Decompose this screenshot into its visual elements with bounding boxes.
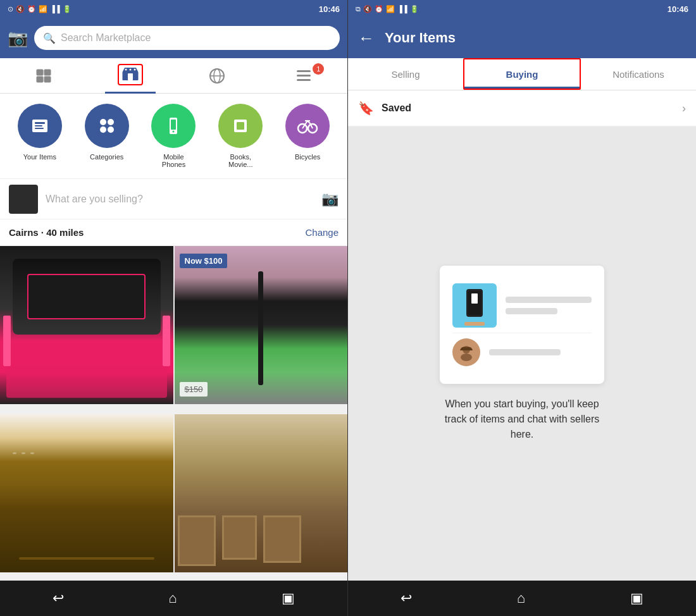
svg-rect-12 — [297, 70, 311, 72]
sell-camera-icon: 📷 — [321, 191, 339, 207]
back-button[interactable]: ← — [358, 28, 375, 48]
svg-rect-3 — [44, 77, 51, 82]
empty-description-text: When you start buying, you'll keep track… — [433, 397, 611, 442]
books-movies-icon-bg — [218, 104, 263, 148]
signal-icon: ▐▐ — [50, 5, 60, 13]
right-header: ← Your Items — [348, 18, 696, 58]
empty-card-product-row — [452, 278, 592, 333]
sell-avatar — [9, 185, 38, 214]
svg-point-21 — [100, 126, 106, 133]
phone-product-image — [452, 283, 497, 328]
tab-notifications-label: Notifications — [612, 69, 664, 80]
category-bicycles[interactable]: Bicycles — [285, 104, 330, 161]
nav-globe[interactable] — [192, 58, 242, 94]
your-items-label: Your Items — [23, 153, 56, 161]
nav-browse[interactable] — [18, 58, 69, 94]
svg-point-6 — [125, 69, 127, 71]
menu-badge: 1 — [313, 63, 324, 75]
right-wifi-icon: 📶 — [386, 5, 395, 13]
product-grid: Now $100 $150 — [0, 246, 347, 581]
categories-row: Your Items Categories Mobil — [0, 94, 347, 179]
svg-rect-0 — [37, 70, 43, 75]
product-placeholder-lines — [506, 297, 592, 314]
location-text: Cairns · 40 miles — [9, 227, 84, 238]
marketplace-icon — [121, 66, 139, 80]
left-bottom-nav: ↩ ⌂ ▣ — [0, 581, 347, 616]
empty-state-card — [440, 266, 604, 384]
search-placeholder-text: Search Marketplace — [61, 32, 151, 44]
right-battery-icon: 🔋 — [410, 5, 419, 13]
tab-selling-label: Selling — [391, 69, 419, 80]
camera-icon[interactable]: 📷 — [8, 28, 28, 48]
your-items-icon-bg — [18, 104, 62, 148]
product-table[interactable] — [0, 414, 173, 572]
table-image — [0, 414, 173, 572]
nav-marketplace[interactable] — [105, 58, 156, 94]
categories-icon-bg — [85, 104, 129, 148]
circle-status-icon: ⊙ — [8, 5, 13, 13]
empty-state: When you start buying, you'll keep track… — [348, 126, 696, 581]
left-status-icons: ⊙ 🔇 ⏰ 📶 ▐▐ 🔋 — [8, 5, 71, 13]
seller-placeholder-lines — [489, 349, 592, 355]
change-location-button[interactable]: Change — [305, 227, 339, 238]
left-time: 10:46 — [319, 4, 340, 14]
product-frames[interactable] — [175, 414, 348, 572]
seller-avatar-icon — [455, 341, 478, 364]
placeholder-line-1 — [506, 297, 592, 303]
right-bottom-nav: ↩ ⌂ ▣ — [348, 581, 696, 616]
svg-rect-16 — [35, 122, 45, 124]
sell-placeholder: What are you selling? — [46, 194, 314, 205]
left-recents-button[interactable]: ▣ — [282, 590, 295, 607]
right-home-button[interactable]: ⌂ — [517, 590, 525, 607]
svg-point-22 — [108, 126, 114, 133]
search-bar[interactable]: 🔍 Search Marketplace — [34, 26, 340, 50]
svg-rect-1 — [44, 70, 51, 75]
nav-menu[interactable]: 1 — [278, 58, 329, 94]
left-home-button[interactable]: ⌂ — [168, 590, 177, 607]
tab-selling[interactable]: Selling — [348, 58, 463, 90]
nav-bar: 1 — [0, 58, 347, 94]
svg-point-7 — [129, 69, 131, 71]
svg-point-8 — [134, 69, 135, 71]
svg-rect-14 — [297, 79, 311, 81]
right-back-button[interactable]: ↩ — [401, 590, 412, 607]
right-time: 10:46 — [668, 4, 688, 14]
guitar-image — [175, 246, 348, 404]
saved-label: Saved — [382, 102, 674, 114]
svg-rect-27 — [237, 122, 244, 130]
categories-icon — [96, 114, 118, 137]
category-mobile-phones[interactable]: Mobile Phones — [151, 104, 196, 168]
bicycles-label: Bicycles — [295, 153, 320, 161]
svg-rect-18 — [35, 128, 44, 129]
left-back-button[interactable]: ↩ — [53, 590, 64, 607]
mobile-phones-label: Mobile Phones — [151, 153, 196, 168]
svg-rect-17 — [35, 125, 42, 126]
tab-buying[interactable]: Buying — [463, 58, 581, 90]
bookmark-icon: 🔖 — [358, 101, 374, 116]
guitar-price-tag: Now $100 — [180, 254, 228, 268]
category-your-items[interactable]: Your Items — [18, 104, 62, 161]
svg-point-33 — [461, 354, 472, 361]
saved-row[interactable]: 🔖 Saved › — [348, 90, 696, 126]
product-treadmill[interactable] — [0, 246, 173, 404]
books-movies-label: Books, Movie... — [218, 153, 263, 168]
treadmill-image — [0, 246, 173, 404]
wifi-icon: 📶 — [39, 5, 47, 13]
category-categories[interactable]: Categories — [85, 104, 129, 161]
right-panel: ⧉ 🔇 ⏰ 📶 ▐▐ 🔋 10:46 ← Your Items Selling … — [348, 0, 696, 616]
mobile-phones-icon-bg — [151, 104, 196, 148]
mute-icon: 🔇 — [16, 5, 25, 13]
chevron-right-icon: › — [682, 102, 686, 115]
svg-rect-24 — [171, 120, 176, 130]
right-recents-button[interactable]: ▣ — [630, 590, 643, 607]
sell-prompt[interactable]: What are you selling? 📷 — [0, 179, 347, 219]
right-status-bar: ⧉ 🔇 ⏰ 📶 ▐▐ 🔋 10:46 — [348, 0, 696, 18]
tab-notifications[interactable]: Notifications — [581, 58, 696, 90]
category-books-movies[interactable]: Books, Movie... — [218, 104, 263, 168]
battery-icon: 🔋 — [63, 5, 71, 13]
product-guitar[interactable]: Now $100 $150 — [175, 246, 348, 404]
your-items-icon — [28, 114, 51, 137]
right-status-icons: ⧉ 🔇 ⏰ 📶 ▐▐ 🔋 — [356, 5, 419, 13]
page-title: Your Items — [385, 30, 456, 46]
books-movies-icon — [229, 114, 252, 137]
